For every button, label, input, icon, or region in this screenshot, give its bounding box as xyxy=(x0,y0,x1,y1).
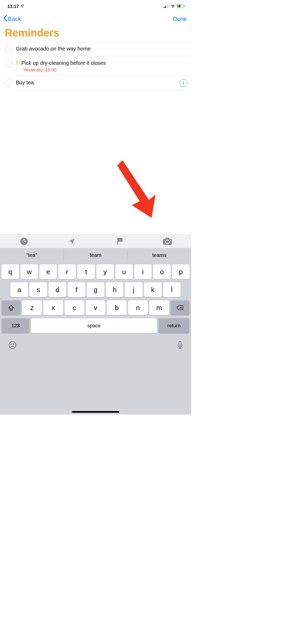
key-return[interactable]: return xyxy=(158,318,190,333)
reminder-row[interactable]: Grab avocado on the way home xyxy=(0,42,191,56)
page-title: Reminders xyxy=(0,24,191,42)
home-indicator[interactable] xyxy=(72,411,119,413)
svg-rect-1 xyxy=(165,6,166,8)
reminder-text-input[interactable]: Buy tea xyxy=(16,79,178,86)
key-shift[interactable] xyxy=(2,300,21,315)
quick-action-location[interactable] xyxy=(48,235,96,248)
cell-signal-icon xyxy=(164,4,169,9)
reminder-content: !!!Pick up dry-cleaning before it closes… xyxy=(12,59,187,73)
quick-action-flag[interactable] xyxy=(96,235,143,248)
key-u[interactable]: u xyxy=(115,264,133,279)
status-time: 11:17 xyxy=(7,4,19,9)
key-x[interactable]: x xyxy=(43,300,63,315)
key-o[interactable]: o xyxy=(153,264,171,279)
status-bar: 11:17 xyxy=(0,0,191,12)
key-a[interactable]: a xyxy=(11,282,28,297)
checkbox[interactable] xyxy=(5,46,12,53)
reminder-subtext: Yesterday, 18:00 xyxy=(16,67,186,73)
svg-point-13 xyxy=(170,240,171,241)
suggestion[interactable]: team xyxy=(64,248,128,262)
key-k[interactable]: k xyxy=(144,282,162,297)
quick-action-camera[interactable] xyxy=(143,235,191,248)
key-e[interactable]: e xyxy=(40,264,57,279)
svg-rect-7 xyxy=(184,5,185,7)
reminder-text: !!!Pick up dry-cleaning before it closes xyxy=(16,59,186,66)
key-t[interactable]: t xyxy=(77,264,95,279)
key-y[interactable]: y xyxy=(96,264,114,279)
svg-point-16 xyxy=(13,344,14,345)
key-f[interactable]: f xyxy=(68,282,85,297)
back-button[interactable]: Back xyxy=(3,15,21,23)
key-s[interactable]: s xyxy=(30,282,47,297)
reminder-list: Grab avocado on the way home !!!Pick up … xyxy=(0,42,191,90)
svg-point-14 xyxy=(9,342,16,348)
suggestion[interactable]: "tea" xyxy=(0,248,64,262)
key-numbers[interactable]: 123 xyxy=(2,318,30,333)
quick-actions-bar xyxy=(0,234,191,248)
reminder-row-editing[interactable]: Buy tea i xyxy=(0,76,191,90)
keyboard-row-3: z x c v b n m xyxy=(1,300,190,315)
done-button[interactable]: Done xyxy=(173,16,187,22)
reminder-row[interactable]: !!!Pick up dry-cleaning before it closes… xyxy=(0,56,191,76)
key-h[interactable]: h xyxy=(106,282,123,297)
svg-rect-3 xyxy=(168,5,168,8)
key-r[interactable]: r xyxy=(58,264,76,279)
key-backspace[interactable] xyxy=(171,300,190,315)
keyboard-row-4: 123 space return xyxy=(1,318,190,333)
key-b[interactable]: b xyxy=(107,300,126,315)
key-m[interactable]: m xyxy=(149,300,169,315)
reminder-content: Grab avocado on the way home xyxy=(12,45,187,52)
battery-charging-icon xyxy=(177,4,185,9)
reminder-text: Grab avocado on the way home xyxy=(16,45,186,52)
svg-rect-17 xyxy=(179,341,181,346)
chevron-left-icon xyxy=(3,15,7,23)
key-v[interactable]: v xyxy=(86,300,105,315)
keyboard-bottom-bar xyxy=(1,336,190,352)
suggestion[interactable]: teams xyxy=(128,248,191,262)
key-c[interactable]: c xyxy=(65,300,84,315)
svg-rect-2 xyxy=(166,6,167,8)
nav-bar: Back Done xyxy=(0,12,191,24)
svg-rect-0 xyxy=(164,7,164,8)
key-z[interactable]: z xyxy=(22,300,42,315)
mic-button[interactable] xyxy=(177,341,183,350)
reminder-content: Buy tea xyxy=(12,79,180,86)
key-g[interactable]: g xyxy=(87,282,104,297)
key-q[interactable]: q xyxy=(2,264,19,279)
key-d[interactable]: d xyxy=(49,282,66,297)
keyboard-row-1: q w e r t y u i o p xyxy=(1,264,190,279)
svg-rect-11 xyxy=(166,238,169,240)
key-p[interactable]: p xyxy=(172,264,190,279)
checkbox[interactable] xyxy=(5,60,12,67)
status-right xyxy=(164,4,185,9)
status-left: 11:17 xyxy=(7,4,24,9)
keyboard: q w e r t y u i o p a s d f g h j k l z … xyxy=(0,262,191,415)
priority-indicator: !!! xyxy=(16,60,20,66)
info-button[interactable]: i xyxy=(180,79,187,87)
wifi-icon xyxy=(171,4,175,9)
checkbox[interactable] xyxy=(5,80,12,87)
key-l[interactable]: l xyxy=(163,282,181,297)
back-label: Back xyxy=(8,16,21,22)
key-i[interactable]: i xyxy=(134,264,152,279)
key-j[interactable]: j xyxy=(125,282,142,297)
keyboard-row-2: a s d f g h j k l xyxy=(1,282,190,297)
key-space[interactable]: space xyxy=(31,318,157,333)
red-arrow-annotation xyxy=(117,160,159,219)
key-n[interactable]: n xyxy=(128,300,148,315)
key-w[interactable]: w xyxy=(21,264,38,279)
keyboard-suggestions: "tea" team teams xyxy=(0,248,191,262)
quick-action-clock[interactable] xyxy=(0,235,48,248)
svg-point-4 xyxy=(173,7,173,8)
location-arrow-icon xyxy=(20,4,24,9)
svg-point-15 xyxy=(11,344,12,345)
emoji-button[interactable] xyxy=(8,341,16,350)
